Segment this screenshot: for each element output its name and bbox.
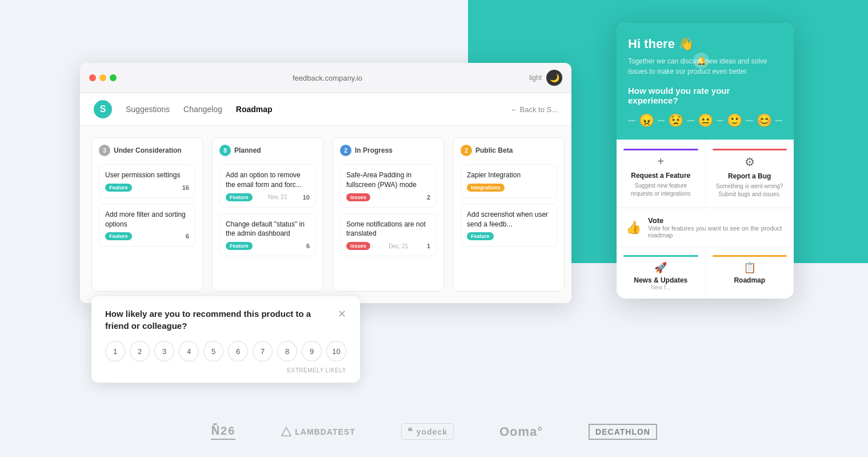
theme-dark-button[interactable]: 🌙 xyxy=(546,70,562,86)
nps-num-3[interactable]: 3 xyxy=(154,341,174,361)
nav-changelog[interactable]: Changelog xyxy=(183,105,222,114)
plus-icon: + xyxy=(623,155,698,168)
back-link[interactable]: ← Back to S... xyxy=(510,105,558,114)
nps-close-button[interactable]: ✕ xyxy=(338,308,346,320)
emoji-happy[interactable]: 🙂 xyxy=(727,113,742,128)
card-tag-issues: Issues xyxy=(346,193,370,201)
table-row[interactable]: Change default "status" in the admin das… xyxy=(219,213,316,257)
emoji-line-right xyxy=(775,120,783,121)
roadmap-title: Roadmap xyxy=(713,276,787,284)
card-footer: Issues Dec, 21 1 xyxy=(346,242,430,250)
col-header-under-consideration: 3 Under Consideration xyxy=(99,145,195,156)
card-title: Some notifications are not translated xyxy=(346,220,430,239)
card-title: Add more filter and sorting options xyxy=(105,210,189,229)
nps-label-right: EXTREMELY LIKELY xyxy=(287,367,346,373)
nps-labels: EXTREMELY LIKELY xyxy=(105,367,346,373)
panel-actions: + Request a Feature Suggest new feature … xyxy=(617,140,794,208)
request-feature-action[interactable]: + Request a Feature Suggest new feature … xyxy=(617,140,706,208)
app-logo: S xyxy=(94,100,112,118)
panel-emoji-row: 😠 😟 😐 🙂 😊 xyxy=(628,113,782,128)
table-row[interactable]: Add an option to remove the email form a… xyxy=(219,164,316,208)
table-row[interactable]: User permission settings Feature 16 xyxy=(99,164,195,198)
card-tag-issues: Issues xyxy=(346,242,370,250)
card-footer: Feature 16 xyxy=(105,184,189,192)
nps-num-6[interactable]: 6 xyxy=(228,341,248,361)
vote-section[interactable]: 👍 Vote Vote for features you want to see… xyxy=(617,208,794,247)
table-row[interactable]: Add screenshot when user send a feedb...… xyxy=(461,204,557,247)
card-date: Dec, 21 xyxy=(389,243,408,249)
emoji-line-2 xyxy=(658,120,665,121)
logo-bar: N̄26 LAMBDATEST ❝ yodeck Ooma° DECATHLON xyxy=(0,423,868,440)
bottom-line-orange xyxy=(713,255,787,257)
table-row[interactable]: Zapier Integration Integrations xyxy=(461,164,557,198)
card-title: Zapier Integration xyxy=(467,170,551,180)
request-feature-desc: Suggest new feature requests or integrat… xyxy=(623,182,698,198)
dot-yellow[interactable] xyxy=(99,74,106,81)
card-title: Add an option to remove the email form a… xyxy=(226,170,310,190)
browser-window: feedback.company.io light 🌙 S Suggestion… xyxy=(80,63,571,303)
card-tag-integrations: Integrations xyxy=(467,184,505,192)
card-title: Add screenshot when user send a feedb... xyxy=(467,210,551,229)
vote-desc: Vote for features you want to see on the… xyxy=(648,225,785,239)
nps-widget: How likely are you to recommend this pro… xyxy=(91,296,360,383)
nps-num-2[interactable]: 2 xyxy=(130,341,150,361)
emoji-angry[interactable]: 😠 xyxy=(639,113,654,128)
col-badge-public-beta: 2 xyxy=(461,145,472,156)
card-title: Change default "status" in the admin das… xyxy=(226,220,310,239)
card-tag-feature: Feature xyxy=(226,242,253,250)
theme-light-label: light xyxy=(529,74,542,82)
card-footer: Feature Nov, 21 10 xyxy=(226,193,310,201)
feedback-panel: 🔔 Hi there 👋 Together we can discuss new… xyxy=(617,23,794,299)
logo-n26: N̄26 xyxy=(211,424,235,440)
vote-count: 2 xyxy=(427,194,430,201)
nps-num-5[interactable]: 5 xyxy=(203,341,223,361)
action-line-red xyxy=(713,149,787,150)
table-row[interactable]: Add more filter and sorting options Feat… xyxy=(99,204,195,247)
report-bug-title: Report a Bug xyxy=(713,172,787,180)
nav-suggestions[interactable]: Suggestions xyxy=(126,105,170,114)
nps-num-8[interactable]: 8 xyxy=(277,341,297,361)
emoji-very-happy[interactable]: 😊 xyxy=(757,113,772,128)
nps-header: How likely are you to recommend this pro… xyxy=(105,308,346,332)
thumbsup-icon: 👍 xyxy=(626,220,641,235)
report-bug-action[interactable]: ⚙ Report a Bug Something is went wrong? … xyxy=(706,140,794,208)
panel-bottom-actions: 🚀 News & Updates New f... 📋 Roadmap xyxy=(617,247,794,299)
table-row[interactable]: Some notifications are not translated Is… xyxy=(340,213,437,257)
nps-num-9[interactable]: 9 xyxy=(302,341,322,361)
news-updates-action[interactable]: 🚀 News & Updates New f... xyxy=(617,247,706,299)
kanban-col-under-consideration: 3 Under Consideration User permission se… xyxy=(91,137,203,292)
card-title: Safe-Area Padding in fullscreen (PWA) mo… xyxy=(346,170,430,190)
roadmap-action[interactable]: 📋 Roadmap xyxy=(706,247,794,299)
col-header-planned: 8 Planned xyxy=(219,145,316,156)
col-header-public-beta: 2 Public Beta xyxy=(461,145,557,156)
card-tag-feature: Feature xyxy=(467,232,494,240)
nps-num-4[interactable]: 4 xyxy=(179,341,199,361)
nps-num-10[interactable]: 10 xyxy=(326,341,346,361)
emoji-sad[interactable]: 😟 xyxy=(668,113,683,128)
panel-rating-label: How would you rate your experience? xyxy=(628,86,782,105)
card-tag-feature: Feature xyxy=(226,193,253,201)
theme-toggle[interactable]: light 🌙 xyxy=(529,70,562,86)
action-line-purple xyxy=(623,149,698,150)
gear-icon: ⚙ xyxy=(713,155,787,169)
card-footer: Feature 6 xyxy=(105,232,189,240)
nav-roadmap[interactable]: Roadmap xyxy=(236,105,273,114)
col-header-in-progress: 2 In Progress xyxy=(340,145,437,156)
panel-subtitle: Together we can discuss new ideas and so… xyxy=(628,56,782,77)
logo-yodeck: ❝ yodeck xyxy=(401,423,454,440)
logo-lambdatest: LAMBDATEST xyxy=(281,427,355,437)
vote-count: 6 xyxy=(306,243,310,249)
col-title-planned: Planned xyxy=(234,146,261,154)
browser-titlebar: feedback.company.io light 🌙 xyxy=(80,63,571,93)
dot-green[interactable] xyxy=(110,74,117,81)
table-row[interactable]: Safe-Area Padding in fullscreen (PWA) mo… xyxy=(340,164,437,208)
card-date: Nov, 21 xyxy=(268,194,287,200)
dot-red[interactable] xyxy=(89,74,96,81)
nps-num-1[interactable]: 1 xyxy=(105,341,125,361)
emoji-line-left xyxy=(628,120,635,121)
rocket-icon: 🚀 xyxy=(623,261,698,274)
vote-text: Vote Vote for features you want to see o… xyxy=(648,216,785,239)
emoji-line-3 xyxy=(687,120,694,121)
emoji-neutral[interactable]: 😐 xyxy=(698,113,713,128)
nps-num-7[interactable]: 7 xyxy=(253,341,273,361)
